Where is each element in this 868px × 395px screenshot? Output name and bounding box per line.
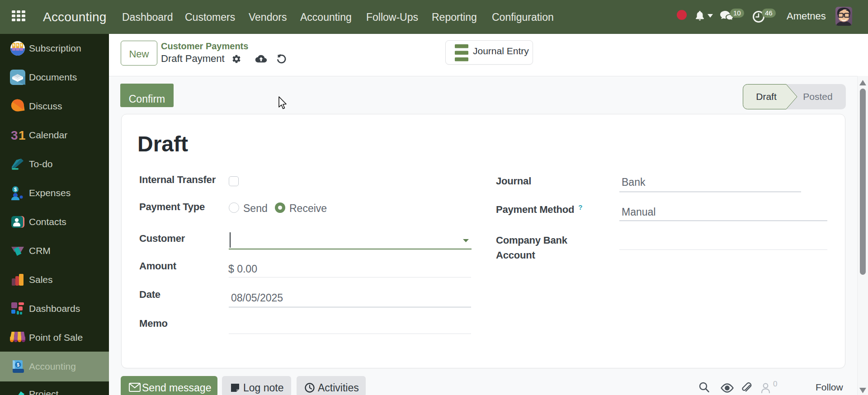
svg-text:$: $ — [21, 43, 23, 47]
svg-text:$: $ — [17, 43, 19, 47]
svg-text:$: $ — [14, 187, 17, 192]
svg-text:1: 1 — [19, 128, 25, 142]
svg-text:$: $ — [17, 362, 19, 367]
svg-text:3: 3 — [11, 128, 18, 142]
svg-text:$: $ — [13, 43, 15, 47]
